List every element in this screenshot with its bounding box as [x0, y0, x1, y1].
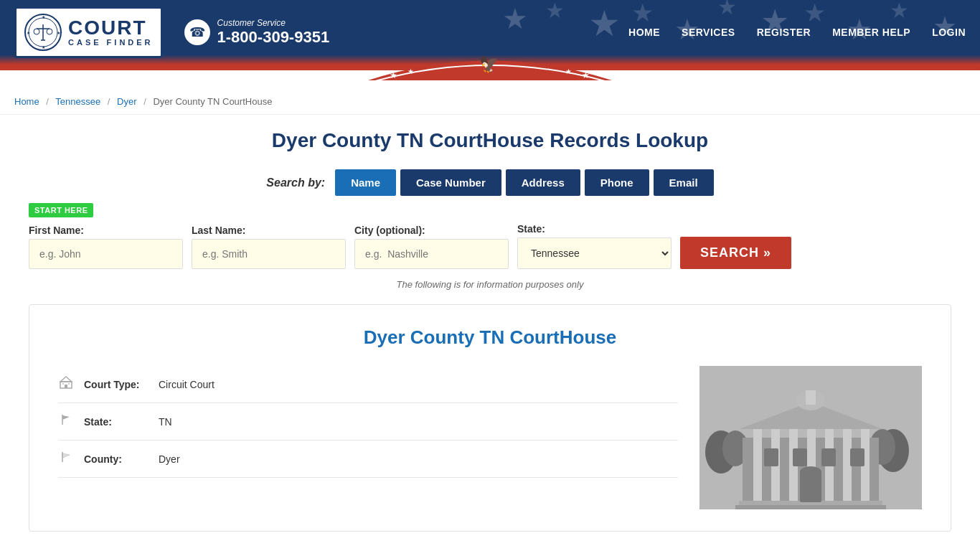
detail-row-state: State: TN	[58, 403, 678, 441]
svg-point-20	[47, 29, 52, 34]
nav-register[interactable]: REGISTER	[757, 27, 811, 38]
start-here-badge: START HERE	[29, 203, 93, 217]
logo-area[interactable]: ★ ★ ★ ★ COURT CASE FINDER	[14, 6, 163, 58]
city-label: City (optional):	[354, 225, 509, 236]
svg-text:★: ★	[390, 70, 397, 80]
arch-eagle-area: ★ ★ ★ ★ 🦅	[368, 48, 612, 86]
svg-text:★: ★	[565, 67, 572, 75]
breadcrumb-current: Dyer County TN CourtHouse	[153, 96, 272, 107]
county-value: Dyer	[159, 453, 180, 465]
page-title: Dyer County TN CourtHouse Records Lookup	[29, 129, 951, 152]
state-select[interactable]: Tennessee Alabama Alaska Arizona Arkansa…	[517, 237, 672, 269]
logo-case-finder-text: CASE FINDER	[68, 38, 154, 47]
main-content: Dyer County TN CourtHouse Records Lookup…	[0, 115, 980, 546]
search-by-label: Search by:	[266, 176, 325, 189]
main-nav: HOME SERVICES REGISTER MEMBER HELP LOGIN	[628, 27, 966, 38]
breadcrumb-tennessee[interactable]: Tennessee	[55, 96, 100, 107]
breadcrumb-dyer[interactable]: Dyer	[117, 96, 136, 107]
detail-row-county: County: Dyer	[58, 441, 678, 478]
header-bottom-area: ★ ★ ★ ★ 🦅	[0, 65, 980, 70]
last-name-input[interactable]	[192, 239, 346, 269]
svg-text:★: ★	[890, 0, 909, 22]
svg-text:★: ★	[407, 67, 414, 75]
nav-member-help[interactable]: MEMBER HELP	[832, 27, 910, 38]
nav-login[interactable]: LOGIN	[932, 27, 966, 38]
court-type-value: Circuit Court	[159, 379, 215, 390]
logo-emblem-icon: ★ ★ ★ ★	[24, 13, 62, 52]
tab-case-number[interactable]: Case Number	[400, 169, 501, 196]
search-button[interactable]: SEARCH »	[680, 237, 791, 269]
courthouse-body: Court Type: Circuit Court State: TN	[58, 366, 922, 509]
courthouse-image	[699, 366, 922, 509]
building-icon	[58, 376, 74, 392]
tab-address[interactable]: Address	[506, 169, 580, 196]
last-name-label: Last Name:	[192, 225, 346, 236]
courthouse-illustration	[699, 366, 922, 509]
logo-text: COURT CASE FINDER	[68, 18, 154, 47]
courthouse-details: Court Type: Circuit Court State: TN	[58, 366, 678, 509]
tab-email[interactable]: Email	[654, 169, 714, 196]
first-name-group: First Name:	[29, 225, 183, 269]
svg-rect-49	[806, 390, 816, 405]
svg-marker-28	[60, 377, 72, 382]
svg-rect-29	[65, 385, 67, 388]
city-input[interactable]	[354, 239, 509, 269]
svg-text:★: ★	[588, 4, 621, 44]
svg-point-19	[34, 29, 39, 34]
courthouse-card: Dyer County TN CourtHouse Cou	[29, 304, 951, 532]
location-icon	[58, 451, 74, 467]
state-value: TN	[159, 416, 172, 428]
city-group: City (optional):	[354, 225, 509, 269]
first-name-label: First Name:	[29, 225, 183, 236]
search-tabs-row: Search by: Name Case Number Address Phon…	[29, 169, 951, 196]
nav-home[interactable]: HOME	[628, 27, 660, 38]
state-label: State:	[517, 223, 672, 235]
tab-name[interactable]: Name	[335, 169, 396, 196]
arch-svg: ★ ★ ★ ★ 🦅	[368, 48, 612, 84]
logo-court-text: COURT	[68, 18, 147, 38]
cs-label: Customer Service	[217, 18, 330, 28]
svg-text:★: ★	[502, 3, 528, 34]
svg-rect-40	[753, 427, 762, 502]
svg-text:★: ★	[42, 15, 45, 19]
svg-text:★: ★	[57, 31, 60, 35]
svg-rect-51	[735, 505, 886, 509]
breadcrumb-sep-3: /	[143, 96, 146, 107]
nav-services[interactable]: SERVICES	[682, 27, 735, 38]
svg-text:★: ★	[804, 0, 826, 27]
svg-text:★: ★	[582, 70, 590, 80]
svg-point-57	[800, 466, 821, 478]
svg-rect-54	[821, 448, 836, 466]
courthouse-photo	[699, 366, 922, 509]
county-label: County:	[84, 453, 149, 465]
state-label-detail: State:	[84, 416, 149, 428]
detail-row-court-type: Court Type: Circuit Court	[58, 366, 678, 403]
state-group: State: Tennessee Alabama Alaska Arizona …	[517, 223, 672, 269]
svg-text:★: ★	[42, 45, 45, 50]
svg-rect-55	[850, 448, 864, 466]
svg-text:★: ★	[631, 0, 654, 27]
info-note: The following is for information purpose…	[29, 279, 951, 290]
last-name-group: Last Name:	[192, 225, 346, 269]
svg-text:🦅: 🦅	[479, 55, 499, 74]
svg-text:★: ★	[27, 31, 30, 35]
customer-service: ☎ Customer Service 1-800-309-9351	[184, 18, 330, 47]
state-flag-icon	[58, 413, 74, 430]
cs-phone-number: 1-800-309-9351	[217, 28, 330, 47]
breadcrumb: Home / Tennessee / Dyer / Dyer County TN…	[0, 89, 980, 115]
tab-phone[interactable]: Phone	[585, 169, 649, 196]
first-name-input[interactable]	[29, 239, 183, 269]
breadcrumb-sep-1: /	[46, 96, 49, 107]
courthouse-card-title: Dyer County TN CourtHouse	[58, 326, 922, 349]
svg-text:★: ★	[717, 0, 737, 19]
breadcrumb-sep-2: /	[108, 96, 110, 107]
svg-text:★: ★	[545, 0, 565, 22]
svg-rect-52	[764, 448, 778, 466]
svg-rect-53	[793, 448, 807, 466]
phone-icon: ☎	[184, 19, 210, 45]
logo-box: ★ ★ ★ ★ COURT CASE FINDER	[14, 6, 163, 58]
cs-text: Customer Service 1-800-309-9351	[217, 18, 330, 47]
breadcrumb-home[interactable]: Home	[14, 96, 39, 107]
search-form: First Name: Last Name: City (optional): …	[29, 223, 951, 269]
court-type-label: Court Type:	[84, 379, 149, 390]
